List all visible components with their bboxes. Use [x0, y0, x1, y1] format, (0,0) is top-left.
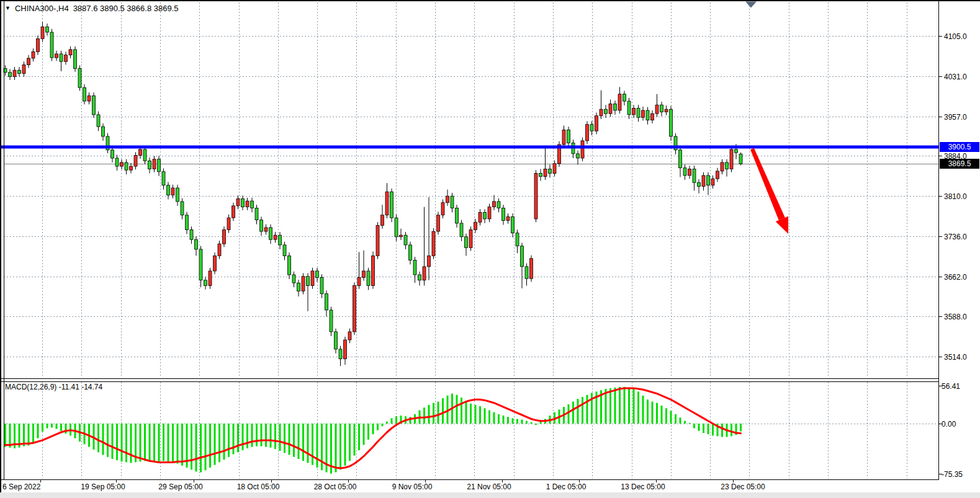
candle-up — [665, 109, 668, 112]
candle-down — [199, 249, 202, 280]
candle-up — [65, 55, 68, 62]
candle-down — [567, 130, 570, 143]
candle-up — [642, 110, 645, 117]
candle-up — [223, 229, 226, 244]
candle-down — [646, 110, 649, 120]
candle-up — [13, 70, 16, 77]
candle-up — [600, 109, 603, 116]
candle-down — [279, 235, 282, 245]
candle-down — [186, 215, 189, 230]
candle-up — [134, 156, 137, 167]
macd-axis-label: 0.00 — [942, 420, 956, 429]
candle-down — [269, 228, 272, 239]
candle-up — [702, 176, 705, 187]
candle-up — [362, 271, 366, 278]
last-price-tag: 3869.5 — [940, 159, 979, 169]
candle-up — [348, 332, 351, 340]
candle-down — [97, 115, 100, 127]
candle-down — [9, 73, 12, 77]
candle-up — [88, 96, 91, 101]
candle-down — [577, 154, 580, 158]
candle-up — [218, 244, 221, 256]
candle-down — [614, 104, 617, 110]
arrow-shaft[interactable] — [750, 148, 785, 220]
candle-down — [143, 149, 146, 161]
symbol-dropdown-icon[interactable]: ▼ — [5, 6, 11, 11]
candle-down — [190, 229, 193, 239]
candle-down — [330, 310, 333, 332]
candle-down — [307, 277, 310, 286]
chart-canvas[interactable]: 4105.04031.03957.03884.03810.03736.03662… — [0, 0, 980, 498]
price-axis-label: 3736.0 — [944, 233, 967, 241]
candle-down — [497, 202, 500, 208]
candle-down — [735, 149, 738, 153]
candle-up — [651, 113, 654, 120]
candle-down — [316, 271, 319, 278]
candle-up — [376, 225, 379, 256]
candle-up — [246, 201, 249, 207]
candle-up — [302, 277, 305, 291]
candle-down — [670, 109, 673, 136]
candle-down — [158, 159, 161, 172]
candle-up — [428, 256, 431, 267]
candle-down — [50, 32, 53, 58]
candle-up — [688, 169, 691, 176]
candle-up — [214, 256, 217, 271]
candle-up — [69, 50, 72, 55]
window-bottom-strip — [0, 492, 980, 498]
time-axis-label: 1 Dec 05:00 — [546, 482, 587, 491]
candle-up — [655, 105, 659, 113]
candle-up — [400, 235, 403, 237]
candle-up — [357, 277, 361, 285]
candle-down — [465, 237, 468, 248]
candle-up — [232, 206, 235, 218]
candle-down — [167, 185, 170, 195]
candle-up — [264, 228, 267, 231]
candle-down — [320, 277, 323, 293]
candle-down — [83, 87, 86, 101]
candle-down — [460, 223, 463, 237]
time-axis-label: 18 Oct 05:00 — [237, 482, 280, 491]
candle-down — [627, 101, 631, 115]
candle-down — [726, 162, 729, 169]
grid-horizontal — [4, 37, 942, 474]
candle-down — [288, 256, 291, 275]
candle-down — [60, 54, 63, 61]
macd-indicator-label: MACD(12,26,9) -11.41 -14.74 — [5, 383, 102, 391]
candle-down — [292, 275, 295, 283]
candle-down — [92, 96, 96, 115]
time-axis[interactable]: 6 Sep 202219 Sep 05:0029 Sep 05:0018 Oct… — [2, 479, 765, 491]
candle-down — [502, 208, 505, 220]
candle-down — [679, 150, 682, 168]
candle-down — [325, 294, 328, 310]
price-axis[interactable]: 4105.04031.03957.03884.03810.03736.03662… — [942, 32, 967, 479]
time-axis-label: 23 Dec 05:00 — [721, 482, 765, 491]
candle-down — [539, 173, 542, 176]
candle-up — [432, 231, 435, 256]
candle-down — [739, 154, 742, 164]
candle-up — [562, 130, 565, 145]
candle-down — [409, 245, 412, 260]
candle-up — [446, 196, 449, 203]
candle-up — [130, 166, 133, 170]
time-axis-label: 6 Sep 2022 — [2, 482, 41, 491]
candle-up — [353, 286, 356, 332]
candle-up — [37, 38, 40, 51]
candlesticks — [4, 22, 742, 366]
candle-up — [506, 216, 510, 220]
price-axis-label: 3957.0 — [944, 113, 967, 122]
horizontal-line-3900[interactable] — [1, 146, 938, 149]
candle-down — [521, 246, 524, 267]
price-axis-label: 3662.0 — [944, 273, 967, 282]
candle-up — [632, 108, 636, 115]
price-axis-label: 3810.0 — [944, 192, 967, 201]
candle-down — [451, 196, 454, 208]
candle-down — [367, 271, 370, 286]
candle-down — [418, 275, 421, 280]
candle-up — [311, 271, 314, 286]
candle-down — [176, 188, 179, 202]
candle-up — [171, 188, 174, 195]
candle-down — [195, 239, 198, 249]
macd-histogram — [4, 387, 742, 474]
candle-down — [637, 108, 640, 117]
